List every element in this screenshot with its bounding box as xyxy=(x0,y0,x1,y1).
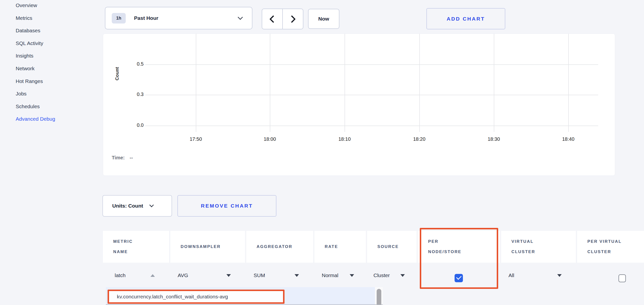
gridline xyxy=(568,34,569,132)
gridline xyxy=(419,34,420,132)
chevron-down-icon xyxy=(149,203,154,207)
x-tick: 18:00 xyxy=(253,136,287,142)
gridline xyxy=(270,34,270,132)
aggregator-value: SUM xyxy=(254,273,265,278)
time-range-selector[interactable]: 1h Past Hour xyxy=(105,7,252,29)
units-dropdown[interactable]: Units: Count xyxy=(102,195,172,217)
gridline xyxy=(494,34,494,132)
header-aggregator: AGGREGATOR xyxy=(246,231,313,263)
sidebar-item-databases[interactable]: Databases xyxy=(16,24,40,37)
chevron-right-icon xyxy=(288,15,296,23)
dropdown-scrollbar-thumb[interactable] xyxy=(377,289,381,305)
triangle-down-icon xyxy=(294,274,299,277)
sidebar-item-hot-ranges[interactable]: Hot Ranges xyxy=(16,75,43,88)
time-range-badge: 1h xyxy=(112,13,126,23)
header-source: SOURCE xyxy=(367,231,416,263)
virtual-cluster-select[interactable]: All xyxy=(501,268,576,283)
source-select[interactable]: Cluster xyxy=(367,268,416,283)
sidebar-item-jobs[interactable]: Jobs xyxy=(16,87,26,100)
time-next-button[interactable] xyxy=(283,9,303,29)
dropdown-bottom-edge xyxy=(106,304,383,305)
hover-time-readout: Time: -- xyxy=(112,155,133,161)
x-tick: 18:40 xyxy=(551,136,586,142)
time-range-label: Past Hour xyxy=(134,15,238,21)
sidebar-item-sql-activity[interactable]: SQL Activity xyxy=(16,37,43,50)
sidebar-item-network[interactable]: Network xyxy=(16,62,34,75)
header-virtual-cluster: VIRTUAL CLUSTER xyxy=(501,231,576,263)
sidebar-item-metrics[interactable]: Metrics xyxy=(16,12,32,24)
triangle-up-icon xyxy=(150,274,155,277)
metric-suggestion-item[interactable]: kv.concurrency.latch_conflict_wait_durat… xyxy=(117,294,228,300)
y-tick: 0.0 xyxy=(124,122,144,128)
downsampler-value: AVG xyxy=(178,273,188,278)
header-rate: RATE xyxy=(314,231,366,263)
time-prev-button[interactable] xyxy=(262,9,283,29)
sidebar-item-overview[interactable]: Overview xyxy=(16,0,37,12)
add-chart-button[interactable]: ADD CHART xyxy=(426,8,505,29)
chart-card: Count 0.5 0.3 0.0 17:50 18:00 18:10 18:2… xyxy=(103,33,615,176)
header-per-virtual-cluster: PER VIRTUAL CLUSTER xyxy=(577,231,644,263)
time-value: -- xyxy=(130,155,133,161)
triangle-down-icon xyxy=(226,274,231,277)
triangle-down-icon xyxy=(350,274,354,277)
chevron-left-icon xyxy=(269,15,277,23)
triangle-down-icon xyxy=(557,274,562,277)
advanced-debug-custom-chart-page: Overview Metrics Databases SQL Activity … xyxy=(0,0,644,305)
x-tick: 17:50 xyxy=(179,136,213,142)
gridline xyxy=(196,34,196,132)
y-tick: 0.3 xyxy=(124,91,144,97)
units-label: Units: Count xyxy=(112,203,143,209)
downsampler-select[interactable]: AVG xyxy=(170,268,245,283)
time-label: Time: xyxy=(112,155,125,161)
y-axis-label: Count xyxy=(114,56,121,91)
metric-name-value: latch xyxy=(115,273,126,278)
triangle-down-icon xyxy=(400,274,405,277)
gridline xyxy=(145,95,598,95)
dropdown-scrollbar-track[interactable] xyxy=(375,287,383,305)
x-tick: 18:10 xyxy=(328,136,362,142)
aggregator-select[interactable]: SUM xyxy=(246,268,313,283)
per-virtual-cluster-checkbox[interactable] xyxy=(618,275,626,282)
time-stepper xyxy=(262,8,304,29)
sidebar-item-schedules[interactable]: Schedules xyxy=(16,100,40,113)
y-tick: 0.5 xyxy=(124,61,144,67)
header-metric-name: METRIC NAME xyxy=(103,231,169,263)
metric-name-input[interactable]: latch xyxy=(103,268,169,283)
now-button[interactable]: Now xyxy=(308,9,340,29)
annotation-box-suggestion: kv.concurrency.latch_conflict_wait_durat… xyxy=(108,290,284,304)
chevron-down-icon xyxy=(238,14,243,19)
gridline xyxy=(145,64,598,65)
per-node-store-checkbox[interactable] xyxy=(454,274,463,282)
sidebar-item-insights[interactable]: Insights xyxy=(16,49,33,62)
gridline xyxy=(344,34,345,132)
remove-chart-button[interactable]: REMOVE CHART xyxy=(178,195,276,217)
gridline xyxy=(145,126,598,126)
x-tick: 18:20 xyxy=(402,136,436,142)
source-value: Cluster xyxy=(374,273,390,278)
x-tick: 18:30 xyxy=(477,136,511,142)
rate-select[interactable]: Normal xyxy=(314,268,366,283)
virtual-cluster-value: All xyxy=(508,273,514,278)
header-downsampler: DOWNSAMPLER xyxy=(170,231,245,263)
rate-value: Normal xyxy=(322,273,338,278)
header-per-node-store: PER NODE/STORE xyxy=(418,231,500,263)
sidebar-item-advanced-debug[interactable]: Advanced Debug xyxy=(16,113,55,125)
